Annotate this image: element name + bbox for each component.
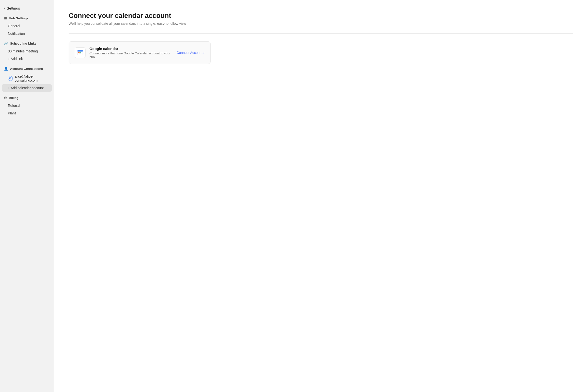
hub-settings-label: Hub Settings	[9, 16, 28, 20]
billing-icon: ⊙	[4, 96, 7, 100]
sidebar-item-referral[interactable]: Referral	[2, 102, 52, 109]
settings-back-label: Settings	[6, 6, 20, 10]
svg-rect-6	[78, 52, 79, 53]
sidebar-item-notification[interactable]: Notification	[2, 30, 52, 37]
add-calendar-label: + Add calendar account	[8, 86, 44, 90]
page-subtitle: We'll help you consolidate all your cale…	[68, 22, 573, 26]
google-calendar-svg-icon: 31	[77, 49, 84, 56]
connect-account-button[interactable]: Connect Account ›	[176, 51, 204, 55]
notification-label: Notification	[8, 32, 25, 36]
scheduling-links-header: 🔗 Scheduling Links	[0, 40, 54, 47]
content-divider	[68, 33, 573, 34]
svg-rect-8	[80, 52, 81, 53]
sidebar-item-general[interactable]: General	[2, 22, 52, 30]
hub-settings-icon: ⊞	[4, 16, 7, 20]
connect-account-label: Connect Account	[176, 51, 202, 55]
30min-label: 30 minutes meeting	[8, 49, 38, 53]
google-g-icon: G	[8, 76, 13, 81]
billing-section: ⊙ Billing Referral Plans	[0, 94, 54, 117]
page-title: Connect your calendar account	[68, 12, 573, 20]
chevron-right-icon: ›	[203, 51, 204, 55]
account-connections-label: Account Connections	[10, 67, 43, 70]
account-connections-header: 👤 Account Connections	[0, 65, 54, 72]
google-calendar-description: Connect more than one Google Calendar ac…	[90, 52, 172, 59]
hub-settings-header: ⊞ Hub Settings	[0, 14, 54, 22]
back-button[interactable]: ‹ Settings	[0, 4, 54, 14]
calendar-info: Google calendar Connect more than one Go…	[90, 46, 172, 59]
svg-rect-5	[81, 50, 82, 51]
svg-rect-2	[78, 51, 83, 52]
billing-header: ⊙ Billing	[0, 94, 54, 102]
main-content: Connect your calendar account We'll help…	[54, 0, 588, 392]
sidebar-item-plans[interactable]: Plans	[2, 110, 52, 117]
back-arrow-icon: ‹	[4, 6, 5, 10]
scheduling-links-section: 🔗 Scheduling Links 30 minutes meeting + …	[0, 40, 54, 63]
sidebar-item-alice-account[interactable]: G alice@alice-consulting.com	[2, 73, 52, 84]
account-connections-section: 👤 Account Connections G alice@alice-cons…	[0, 65, 54, 92]
referral-label: Referral	[8, 104, 20, 108]
google-calendar-icon-wrapper: 31	[75, 47, 86, 58]
google-calendar-name: Google calendar	[90, 46, 172, 51]
alice-account-label: alice@alice-consulting.com	[15, 74, 48, 82]
svg-rect-4	[79, 50, 79, 51]
sidebar-item-add-link[interactable]: + Add link	[2, 55, 52, 62]
sidebar-item-30min[interactable]: 30 minutes meeting	[2, 48, 52, 55]
svg-rect-7	[80, 52, 80, 53]
general-label: General	[8, 24, 20, 28]
account-connections-icon: 👤	[4, 67, 8, 70]
sidebar: ‹ Settings ⊞ Hub Settings General Notifi…	[0, 0, 54, 392]
billing-label: Billing	[9, 96, 18, 100]
sidebar-item-add-calendar[interactable]: + Add calendar account	[2, 84, 52, 92]
plans-label: Plans	[8, 111, 16, 115]
google-calendar-card: 31 Google calendar Connect more than one…	[68, 42, 211, 64]
link-icon: 🔗	[4, 42, 8, 45]
add-link-label: + Add link	[8, 57, 23, 61]
hub-settings-section: ⊞ Hub Settings General Notification	[0, 14, 54, 38]
scheduling-links-label: Scheduling Links	[10, 42, 36, 45]
